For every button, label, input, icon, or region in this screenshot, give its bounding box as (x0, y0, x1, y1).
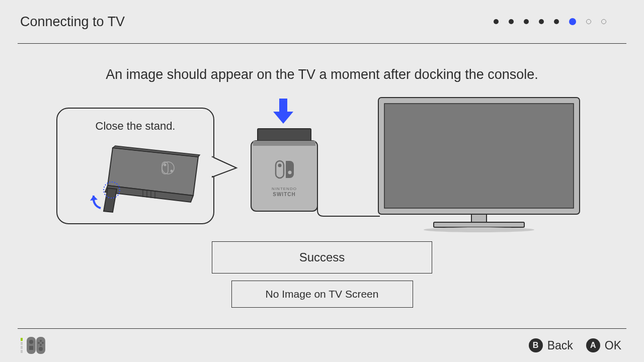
back-action[interactable]: B Back (529, 338, 573, 352)
svg-rect-26 (384, 104, 574, 208)
controller-indicator (21, 337, 45, 354)
svg-rect-28 (434, 222, 524, 227)
svg-marker-14 (212, 157, 236, 177)
button-group: Success No Image on TV Screen (0, 241, 644, 308)
down-arrow-icon (271, 98, 296, 126)
svg-point-24 (288, 171, 292, 174)
svg-point-35 (40, 340, 42, 342)
header: Connecting to TV (18, 0, 626, 44)
svg-point-9 (164, 164, 167, 166)
step-indicator (494, 18, 606, 25)
ok-action[interactable]: A OK (586, 338, 621, 352)
svg-point-23 (278, 164, 282, 167)
svg-point-36 (38, 342, 40, 344)
b-button-icon: B (529, 338, 543, 352)
footer: B Back A OK (18, 328, 626, 362)
dock-brand-top: NINTENDO (272, 187, 297, 191)
step-dot (494, 19, 499, 24)
back-label: Back (547, 339, 573, 352)
svg-rect-21 (253, 141, 315, 146)
svg-marker-13 (90, 196, 98, 201)
battery-icon (21, 338, 23, 353)
svg-rect-32 (29, 346, 33, 350)
step-dot (554, 19, 559, 24)
svg-point-31 (29, 340, 33, 344)
instruction-text: An image should appear on the TV a momen… (0, 44, 644, 82)
step-dot (586, 19, 591, 24)
svg-rect-17 (279, 99, 287, 113)
diagram-area: Close the stand. (0, 103, 644, 233)
svg-point-10 (171, 170, 173, 172)
svg-rect-16 (211, 157, 213, 176)
page-title: Connecting to TV (20, 14, 125, 30)
svg-marker-18 (273, 112, 293, 124)
main-content: An image should appear on the TV a momen… (0, 44, 644, 328)
console-stand-illustration (57, 138, 213, 223)
svg-rect-30 (27, 337, 36, 354)
dock-brand-bottom: SWITCH (273, 192, 295, 197)
footer-actions: B Back A OK (529, 338, 621, 352)
step-dot (539, 19, 544, 24)
step-dot-current (569, 18, 576, 25)
step-dot (524, 19, 529, 24)
success-button[interactable]: Success (212, 241, 432, 274)
svg-point-37 (42, 342, 44, 344)
callout-text: Close the stand. (57, 120, 213, 133)
svg-rect-20 (251, 141, 317, 211)
joycon-icon (27, 337, 45, 354)
callout-tail (211, 153, 242, 183)
svg-point-38 (40, 344, 42, 346)
svg-point-29 (424, 227, 534, 232)
tv-illustration (373, 93, 590, 238)
step-dot (601, 19, 606, 24)
callout-bubble: Close the stand. (56, 108, 214, 224)
svg-point-34 (39, 347, 43, 351)
a-button-icon: A (586, 338, 600, 352)
step-dot (509, 19, 514, 24)
ok-label: OK (605, 339, 621, 352)
no-image-button[interactable]: No Image on TV Screen (231, 281, 413, 308)
